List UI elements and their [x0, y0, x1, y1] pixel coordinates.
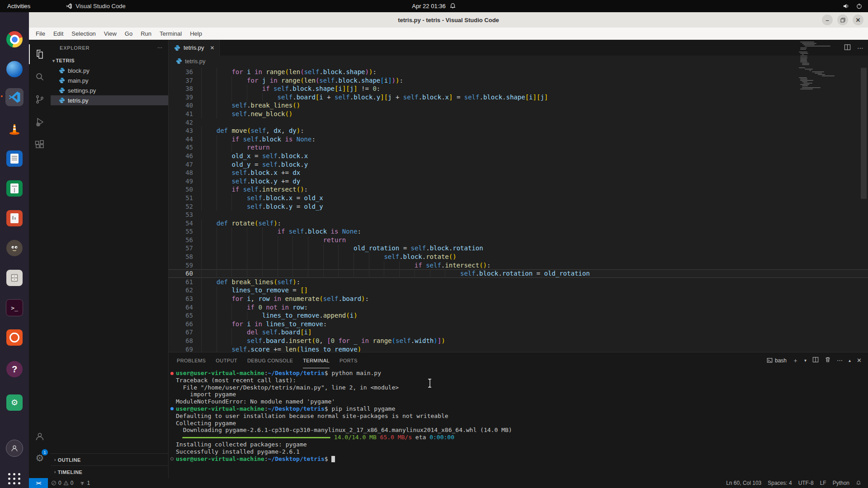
menu-go[interactable]: Go [121, 28, 137, 40]
line-number[interactable]: 50 [169, 185, 193, 194]
file-block-py[interactable]: block.py [51, 66, 168, 75]
power-icon[interactable] [856, 3, 863, 9]
menu-selection[interactable]: Selection [67, 28, 99, 40]
maximize-panel-icon[interactable]: ▴ [849, 358, 851, 363]
split-terminal-icon[interactable] [812, 357, 819, 364]
window-title-bar[interactable]: tetris.py - tetris - Visual Studio Code … [29, 12, 868, 28]
panel-more-actions-icon[interactable]: ⋯ [837, 357, 843, 364]
line-number[interactable]: 57 [169, 244, 193, 253]
close-button[interactable]: ✕ [853, 14, 863, 25]
menu-help[interactable]: Help [186, 28, 206, 40]
line-number[interactable]: 65 [169, 311, 193, 320]
menu-view[interactable]: View [100, 28, 121, 40]
line-number[interactable]: 62 [169, 286, 193, 295]
line-number[interactable]: 69 [169, 345, 193, 352]
browser-icon[interactable] [5, 60, 24, 78]
line-number[interactable]: 42 [169, 118, 193, 127]
line-number[interactable]: 41 [169, 110, 193, 118]
source-control-icon[interactable] [29, 89, 51, 109]
sidebar-more-actions-icon[interactable]: ⋯ [157, 45, 163, 51]
line-number[interactable]: 66 [169, 320, 193, 328]
chrome-icon[interactable] [5, 30, 24, 48]
extensions-icon[interactable] [29, 135, 51, 155]
project-section-header[interactable]: ▾ TETRIS [51, 56, 168, 66]
status-eol[interactable]: LF [817, 478, 830, 488]
line-number[interactable]: 37 [169, 76, 193, 85]
timeline-section[interactable]: › TIMELINE [51, 465, 168, 478]
line-number[interactable]: 40 [169, 101, 193, 110]
menu-terminal[interactable]: Terminal [156, 28, 186, 40]
line-number[interactable]: 59 [169, 261, 193, 270]
line-number[interactable]: 49 [169, 177, 193, 186]
line-number[interactable]: 56 [169, 236, 193, 244]
line-number[interactable]: 46 [169, 152, 193, 160]
libreoffice-writer-icon[interactable] [5, 150, 24, 168]
terminal[interactable]: user@user-virtual-machine:~/Desktop/tetr… [169, 370, 868, 478]
restore-button[interactable] [837, 14, 848, 25]
file-main-py[interactable]: main.py [51, 75, 168, 85]
notifications-bell-icon[interactable] [853, 478, 864, 488]
remote-indicator[interactable]: >< [29, 478, 48, 488]
panel-tab-output[interactable]: OUTPUT [216, 352, 237, 368]
line-number[interactable]: 38 [169, 84, 193, 93]
libreoffice-calc-icon[interactable] [5, 179, 24, 197]
breadcrumb[interactable]: tetris.py [169, 56, 868, 66]
menu-file[interactable]: File [32, 28, 49, 40]
line-number[interactable]: 53 [169, 211, 193, 219]
account-icon[interactable] [29, 427, 51, 446]
tab-close-icon[interactable]: ✕ [210, 45, 215, 51]
app-teal-icon[interactable]: ⚙ [5, 394, 24, 412]
clock[interactable]: Apr 22 01:36 [412, 3, 445, 9]
line-number[interactable]: 61 [169, 278, 193, 286]
line-number[interactable]: 48 [169, 169, 193, 177]
terminal-instance[interactable]: bash [767, 357, 787, 364]
line-number[interactable]: 55 [169, 227, 193, 236]
status-encoding[interactable]: UTF-8 [795, 478, 817, 488]
status-language-mode[interactable]: Python [830, 478, 853, 488]
libreoffice-impress-icon[interactable] [5, 209, 24, 227]
volume-icon[interactable] [843, 3, 849, 9]
user-avatar-icon[interactable] [5, 439, 24, 457]
line-number[interactable]: 64 [169, 303, 193, 312]
line-number[interactable]: 68 [169, 337, 193, 345]
code-editor[interactable]: 36for i in range(len(self.block.shape)):… [169, 66, 868, 352]
line-number[interactable]: 51 [169, 194, 193, 202]
ports-status[interactable]: 1 [76, 478, 93, 488]
vscode-icon[interactable] [5, 88, 24, 106]
help-icon[interactable]: ? [5, 360, 24, 378]
tab-tetris-py[interactable]: tetris.py ✕ [169, 40, 220, 56]
line-number[interactable]: 44 [169, 135, 193, 144]
explorer-icon[interactable] [29, 44, 51, 64]
panel-tab-problems[interactable]: PROBLEMS [177, 352, 206, 368]
line-number[interactable]: 67 [169, 328, 193, 337]
line-number[interactable]: 63 [169, 295, 193, 303]
new-terminal-icon[interactable]: ＋ [793, 357, 798, 365]
panel-tab-debug-console[interactable]: DEBUG CONSOLE [247, 352, 293, 368]
line-number[interactable]: 52 [169, 202, 193, 211]
line-number[interactable]: 45 [169, 143, 193, 152]
line-number[interactable]: 60 [169, 269, 193, 278]
problems-status[interactable]: 0 0 [48, 478, 76, 488]
outline-section[interactable]: › OUTLINE [51, 453, 168, 466]
line-number[interactable]: 58 [169, 253, 193, 261]
file-settings-py[interactable]: settings.py [51, 85, 168, 95]
terminal-dropdown-icon[interactable]: ▾ [804, 358, 807, 363]
panel-tab-terminal[interactable]: TERMINAL [303, 352, 330, 368]
vlc-icon[interactable] [5, 120, 24, 138]
line-number[interactable]: 43 [169, 127, 193, 135]
minimize-button[interactable]: – [822, 14, 833, 25]
files-icon[interactable] [5, 269, 24, 287]
run-debug-icon[interactable] [29, 112, 51, 132]
line-number[interactable]: 36 [169, 68, 193, 76]
terminal-icon[interactable]: >_ [5, 299, 24, 317]
minimap[interactable] [797, 42, 848, 91]
kill-terminal-icon[interactable] [825, 357, 831, 364]
editor-more-actions-icon[interactable]: ⋯ [857, 44, 863, 52]
ubuntu-software-icon[interactable] [5, 328, 24, 347]
status-cursor-position[interactable]: Ln 60, Col 103 [723, 478, 764, 488]
editor-scrollbar[interactable] [861, 68, 867, 199]
app-grid-icon[interactable] [5, 469, 24, 488]
settings-gear-icon[interactable]: ⚙ 1 [29, 448, 51, 468]
line-number[interactable]: 39 [169, 93, 193, 102]
menu-edit[interactable]: Edit [49, 28, 67, 40]
